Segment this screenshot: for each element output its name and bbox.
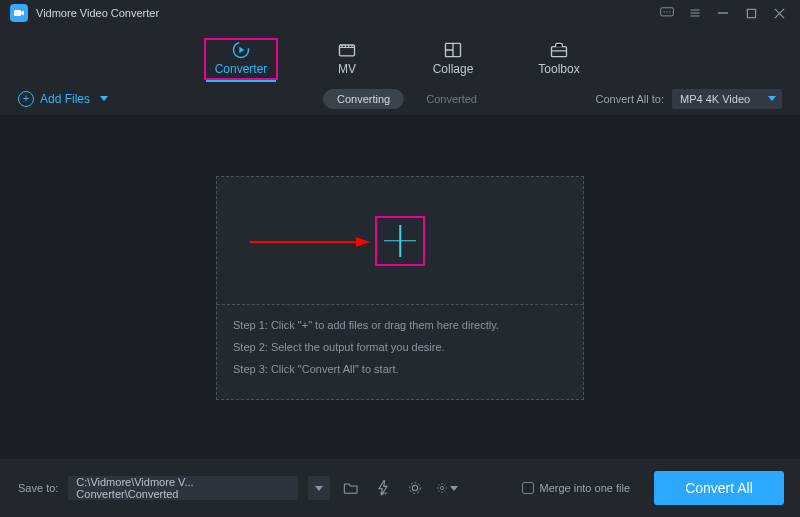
- svg-rect-0: [14, 10, 21, 16]
- app-logo-icon: [10, 4, 28, 22]
- svg-text:OFF: OFF: [380, 491, 389, 496]
- tab-toolbox[interactable]: Toolbox: [524, 40, 594, 82]
- dropzone[interactable]: Step 1: Click "+" to add files or drag t…: [216, 176, 584, 400]
- chevron-down-icon: [315, 486, 323, 491]
- svg-point-2: [663, 11, 664, 12]
- nav-label: MV: [338, 62, 356, 76]
- plus-icon: [382, 223, 418, 259]
- svg-point-14: [410, 483, 421, 494]
- tab-converter[interactable]: Converter: [206, 40, 276, 82]
- convert-all-button-label: Convert All: [685, 480, 753, 496]
- tab-converted[interactable]: Converted: [426, 93, 477, 105]
- minimize-button[interactable]: [710, 3, 736, 23]
- add-files-button[interactable]: + Add Files: [18, 91, 108, 107]
- dropzone-upper[interactable]: [217, 177, 583, 305]
- chevron-down-icon: [450, 486, 458, 491]
- nav-label: Converter: [215, 62, 268, 76]
- mv-icon: [336, 40, 358, 60]
- tool-row: + Add Files Converting Converted Convert…: [0, 82, 800, 116]
- tab-converting[interactable]: Converting: [323, 89, 404, 109]
- svg-rect-5: [747, 9, 755, 17]
- high-speed-button[interactable]: [404, 477, 426, 499]
- top-nav: Converter MV Collage Toolbox: [0, 26, 800, 82]
- footer: Save to: C:\Vidmore\Vidmore V... Convert…: [0, 459, 800, 517]
- converter-icon: [230, 40, 252, 60]
- merge-checkbox[interactable]: [522, 482, 534, 494]
- save-path-field[interactable]: C:\Vidmore\Vidmore V... Converter\Conver…: [68, 476, 298, 500]
- step-text: Step 2: Select the output format you des…: [233, 341, 567, 353]
- nav-label: Collage: [433, 62, 474, 76]
- svg-point-4: [669, 11, 670, 12]
- output-format-value: MP4 4K Video: [680, 93, 750, 105]
- collage-icon: [442, 40, 464, 60]
- toolbox-icon: [548, 40, 570, 60]
- maximize-button[interactable]: [738, 3, 764, 23]
- save-to-label: Save to:: [18, 482, 58, 494]
- add-file-plus-button[interactable]: [375, 216, 425, 266]
- dropzone-instructions: Step 1: Click "+" to add files or drag t…: [217, 305, 583, 399]
- merge-option[interactable]: Merge into one file: [522, 482, 631, 494]
- svg-marker-11: [356, 237, 370, 247]
- tab-collage[interactable]: Collage: [418, 40, 488, 82]
- annotation-arrow: [250, 237, 370, 247]
- chevron-down-icon: [768, 96, 776, 101]
- svg-point-13: [413, 485, 418, 490]
- chevron-down-icon: [100, 96, 108, 101]
- app-title: Vidmore Video Converter: [36, 7, 159, 19]
- close-button[interactable]: [766, 3, 792, 23]
- add-files-label: Add Files: [40, 92, 90, 106]
- hardware-accel-button[interactable]: OFF: [372, 477, 394, 499]
- plus-circle-icon: +: [18, 91, 34, 107]
- tab-mv[interactable]: MV: [312, 40, 382, 82]
- save-path-dropdown[interactable]: [308, 476, 330, 500]
- open-folder-button[interactable]: [340, 477, 362, 499]
- convert-all-button[interactable]: Convert All: [654, 471, 784, 505]
- center-tabs: Converting Converted: [323, 89, 477, 109]
- step-text: Step 1: Click "+" to add files or drag t…: [233, 319, 567, 331]
- svg-point-3: [666, 11, 667, 12]
- save-path-value: C:\Vidmore\Vidmore V... Converter\Conver…: [76, 476, 290, 500]
- output-format-select[interactable]: MP4 4K Video: [672, 89, 782, 109]
- merge-label: Merge into one file: [540, 482, 631, 494]
- convert-all-label: Convert All to:: [596, 93, 664, 105]
- svg-point-15: [441, 486, 444, 489]
- title-bar: Vidmore Video Converter: [0, 0, 800, 26]
- feedback-icon[interactable]: [654, 3, 680, 23]
- settings-button[interactable]: [436, 477, 458, 499]
- nav-label: Toolbox: [538, 62, 579, 76]
- menu-icon[interactable]: [682, 3, 708, 23]
- svg-rect-9: [552, 47, 567, 57]
- convert-all-to: Convert All to: MP4 4K Video: [596, 89, 782, 109]
- main-area: Step 1: Click "+" to add files or drag t…: [0, 116, 800, 459]
- step-text: Step 3: Click "Convert All" to start.: [233, 363, 567, 375]
